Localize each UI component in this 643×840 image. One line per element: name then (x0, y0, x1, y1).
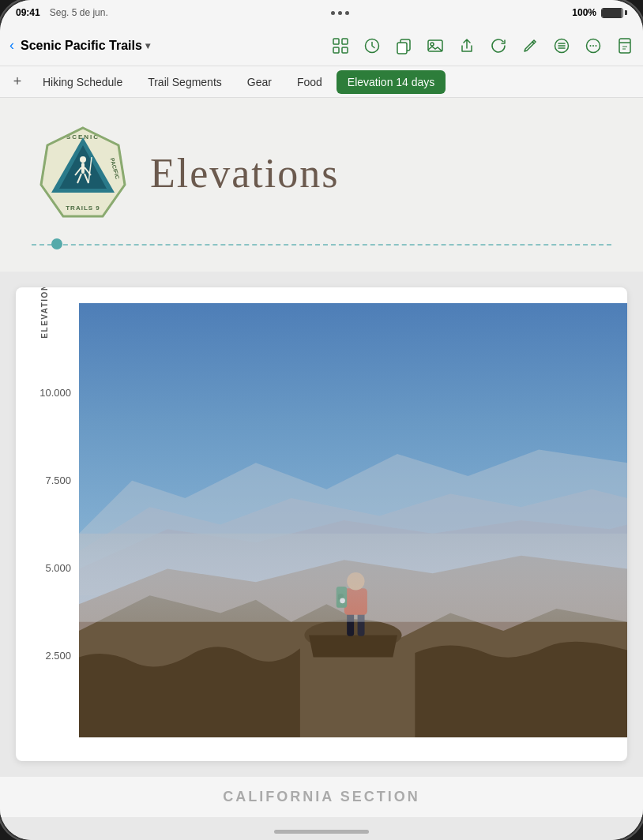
copy-icon[interactable] (395, 37, 412, 54)
toolbar-icons (332, 37, 634, 54)
dots-icon[interactable] (585, 37, 602, 54)
svg-point-13 (596, 45, 597, 47)
svg-point-12 (592, 45, 594, 47)
battery-icon (601, 8, 627, 18)
dot-1 (331, 11, 335, 15)
dot-2 (338, 11, 342, 15)
svg-rect-3 (342, 47, 348, 53)
mountain-image (79, 303, 627, 737)
grid-icon[interactable] (332, 37, 349, 54)
tab-hiking-schedule[interactable]: Hiking Schedule (32, 70, 133, 94)
page-header: SCENIC PACIFIC TRAILS 9 Elevations (0, 98, 643, 272)
dot-3 (345, 11, 349, 15)
toolbar: ‹ Scenic Pacific Trails ▾ (0, 25, 643, 66)
tab-elevation[interactable]: Elevation 14 days (337, 70, 446, 94)
y-label-10000: 10.000 (24, 387, 71, 399)
logo-container: SCENIC PACIFIC TRAILS 9 (32, 122, 134, 224)
svg-point-18 (80, 156, 86, 163)
section-label: CALIFORNIA SECTION (223, 789, 419, 804)
svg-point-11 (590, 45, 592, 47)
main-content: SCENIC PACIFIC TRAILS 9 Elevations (0, 98, 643, 840)
svg-rect-14 (619, 39, 630, 53)
title-chevron-icon: ▾ (145, 40, 150, 51)
page-title: Elevations (150, 150, 340, 197)
status-bar: 09:41 Seg. 5 de jun. 100% (0, 0, 643, 25)
back-button[interactable]: ‹ (9, 37, 14, 54)
ipad-frame: 09:41 Seg. 5 de jun. 100% ‹ Scenic Pacif… (0, 0, 643, 840)
svg-rect-0 (333, 39, 339, 44)
svg-text:TRAILS 9: TRAILS 9 (66, 204, 100, 212)
home-indicator (274, 830, 369, 834)
media-icon[interactable] (427, 37, 444, 54)
add-tab-button[interactable]: + (6, 71, 28, 93)
chart-inner: ELEVATION 10.000 7.500 5.000 2.500 (16, 303, 627, 761)
chart-body (79, 303, 627, 761)
menu-icon[interactable] (553, 37, 570, 54)
svg-rect-2 (333, 47, 339, 53)
bookmark-icon[interactable] (616, 37, 634, 54)
y-label-5000: 5.000 (24, 562, 71, 574)
svg-rect-19 (81, 163, 85, 174)
y-label-7500: 7.500 (24, 474, 71, 486)
status-center-dots (331, 11, 349, 15)
clock-icon[interactable] (363, 37, 381, 54)
tab-food[interactable]: Food (286, 70, 333, 94)
y-label-2500: 2.500 (24, 650, 71, 662)
svg-rect-6 (397, 43, 407, 54)
chart-container: ELEVATION 10.000 7.500 5.000 2.500 (16, 287, 627, 761)
tab-trail-segments[interactable]: Trail Segments (137, 70, 233, 94)
status-date: Seg. 5 de jun. (50, 7, 108, 18)
tab-gear[interactable]: Gear (236, 70, 283, 94)
y-axis-label: ELEVATION (40, 287, 49, 339)
share-icon[interactable] (458, 37, 476, 54)
refresh-icon[interactable] (490, 37, 507, 54)
bottom-label: CALIFORNIA SECTION (0, 777, 643, 817)
battery-percent: 100% (572, 7, 596, 18)
document-title: Scenic Pacific Trails ▾ (21, 39, 150, 53)
svg-point-8 (431, 43, 434, 46)
status-time: 09:41 (16, 7, 40, 18)
tabs-bar: + Hiking Schedule Trail Segments Gear Fo… (0, 66, 643, 98)
svg-rect-1 (342, 39, 348, 44)
back-chevron-icon: ‹ (9, 37, 14, 54)
svg-rect-33 (79, 534, 627, 622)
chart-y-axis: ELEVATION 10.000 7.500 5.000 2.500 (16, 303, 79, 761)
pen-icon[interactable] (521, 37, 539, 54)
status-right: 100% (572, 7, 627, 18)
